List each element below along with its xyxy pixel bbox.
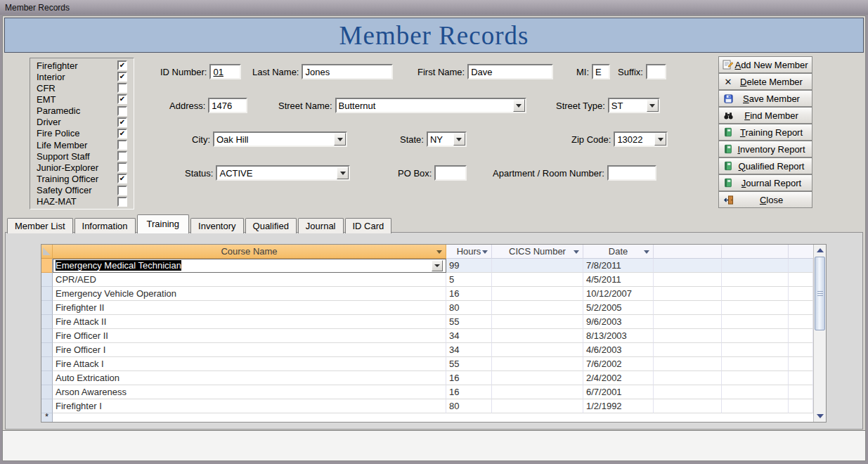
- cell-empty[interactable]: [654, 399, 722, 413]
- column-header-cics-number[interactable]: CICS Number: [492, 245, 583, 259]
- zip-code-select[interactable]: 13022: [614, 131, 668, 147]
- last-name-input[interactable]: Jones: [302, 64, 393, 79]
- select-all-corner[interactable]: [41, 245, 53, 259]
- cell-empty[interactable]: [722, 287, 789, 301]
- save-member-button[interactable]: Save Member: [718, 90, 812, 107]
- role-checkbox[interactable]: ✔: [117, 83, 127, 93]
- cell-hours[interactable]: 99: [446, 259, 492, 273]
- dropdown-button[interactable]: [453, 133, 465, 146]
- cell-date[interactable]: 5/2/2005: [583, 301, 654, 315]
- new-record-cells[interactable]: [53, 413, 813, 422]
- row-selector[interactable]: [41, 259, 53, 273]
- role-checkbox[interactable]: ✔: [117, 162, 127, 172]
- dropdown-button[interactable]: [513, 99, 525, 112]
- row-selector[interactable]: [41, 357, 53, 371]
- city-select[interactable]: Oak Hill: [213, 131, 347, 147]
- table-row[interactable]: CPR/AED 5 4/5/2011: [41, 273, 813, 287]
- window-titlebar[interactable]: Member Records: [0, 0, 868, 15]
- cell-empty[interactable]: [654, 343, 722, 357]
- cell-date[interactable]: 7/6/2002: [583, 357, 654, 371]
- role-checkbox[interactable]: ✔: [117, 117, 127, 127]
- cell-cics-number[interactable]: [492, 357, 583, 371]
- cell-course-name[interactable]: CPR/AED: [53, 273, 446, 287]
- cell-course-name[interactable]: Arson Awareness: [53, 385, 446, 399]
- qualified-report-button[interactable]: Qualified Report: [718, 157, 812, 174]
- cell-date[interactable]: 2/4/2002: [583, 371, 654, 385]
- tab[interactable]: Journal: [298, 218, 344, 233]
- dropdown-button[interactable]: [654, 133, 666, 146]
- role-checkbox[interactable]: ✔: [117, 129, 127, 138]
- dropdown-button[interactable]: [334, 133, 346, 146]
- dropdown-button[interactable]: [647, 99, 659, 112]
- cell-empty[interactable]: [789, 399, 813, 413]
- cell-cics-number[interactable]: [492, 371, 583, 385]
- table-row[interactable]: Fire Officer I 34 4/6/2003: [41, 343, 813, 357]
- cell-empty[interactable]: [654, 357, 722, 371]
- role-checkbox[interactable]: ✔: [117, 186, 127, 195]
- row-selector[interactable]: [41, 329, 53, 343]
- role-checkbox[interactable]: ✔: [117, 197, 127, 207]
- cell-course-name[interactable]: Emergency Vehicle Operation: [53, 287, 446, 301]
- cell-cics-number[interactable]: [492, 301, 583, 315]
- cell-course-name[interactable]: Auto Extrication: [53, 371, 446, 385]
- row-selector[interactable]: [41, 343, 53, 357]
- cell-empty[interactable]: [722, 273, 789, 287]
- cell-date[interactable]: 9/6/2003: [583, 315, 654, 329]
- cell-cics-number[interactable]: [492, 399, 583, 413]
- vertical-scrollbar[interactable]: [813, 245, 826, 422]
- cell-cics-number[interactable]: [492, 343, 583, 357]
- row-selector[interactable]: [41, 315, 53, 329]
- cell-hours[interactable]: 34: [446, 343, 492, 357]
- role-checkbox[interactable]: ✔: [117, 151, 127, 161]
- table-row[interactable]: Firefighter II 80 5/2/2005: [41, 301, 813, 315]
- mi-input[interactable]: E: [592, 64, 610, 79]
- table-row[interactable]: Fire Officer II 34 8/13/2003: [41, 329, 813, 343]
- cell-hours[interactable]: 5: [446, 273, 492, 287]
- cell-empty[interactable]: [654, 259, 722, 273]
- tab[interactable]: Inventory: [190, 218, 243, 233]
- cell-empty[interactable]: [789, 287, 813, 301]
- filter-arrow-icon[interactable]: [436, 250, 442, 254]
- row-selector[interactable]: [41, 371, 53, 385]
- table-row[interactable]: Emergency Vehicle Operation 16 10/12/200…: [41, 287, 813, 301]
- scroll-up-button[interactable]: [814, 245, 826, 256]
- role-checkbox[interactable]: ✔: [117, 94, 127, 104]
- first-name-input[interactable]: Dave: [467, 64, 553, 79]
- cell-empty[interactable]: [654, 385, 722, 399]
- cell-date[interactable]: 8/13/2003: [583, 329, 654, 343]
- cell-course-name[interactable]: Emergency Medical Technician: [53, 259, 446, 273]
- scrollbar-track[interactable]: [814, 256, 826, 411]
- tab[interactable]: Qualified: [245, 218, 297, 233]
- find-member-button[interactable]: Find Member: [718, 107, 812, 124]
- cell-empty[interactable]: [654, 371, 722, 385]
- new-record-selector[interactable]: *: [41, 413, 53, 422]
- row-selector[interactable]: [41, 273, 53, 287]
- row-selector[interactable]: [41, 287, 53, 301]
- training-report-button[interactable]: Training Report: [718, 124, 812, 141]
- cell-empty[interactable]: [722, 357, 789, 371]
- add-new-member-button[interactable]: Add New Member: [718, 56, 812, 73]
- cell-date[interactable]: 10/12/2007: [583, 287, 654, 301]
- cell-cics-number[interactable]: [492, 287, 583, 301]
- cell-empty[interactable]: [789, 329, 813, 343]
- cell-course-name[interactable]: Firefighter II: [53, 301, 446, 315]
- cell-empty[interactable]: [789, 343, 813, 357]
- cell-course-name[interactable]: Fire Attack II: [53, 315, 446, 329]
- cell-hours[interactable]: 34: [446, 329, 492, 343]
- cell-date[interactable]: 4/5/2011: [583, 273, 654, 287]
- role-checkbox[interactable]: ✔: [117, 106, 127, 116]
- cell-hours[interactable]: 80: [446, 301, 492, 315]
- table-row[interactable]: Fire Attack I 55 7/6/2002: [41, 357, 813, 371]
- cell-empty[interactable]: [789, 357, 813, 371]
- table-row[interactable]: Auto Extrication 16 2/4/2002: [41, 371, 813, 385]
- cell-empty[interactable]: [654, 287, 722, 301]
- cell-hours[interactable]: 16: [446, 371, 492, 385]
- table-row[interactable]: Emergency Medical Technician 99 7/8/2011: [41, 259, 813, 273]
- scrollbar-thumb[interactable]: [815, 257, 825, 330]
- tab[interactable]: Information: [75, 218, 136, 233]
- cell-empty[interactable]: [789, 273, 813, 287]
- cell-hours[interactable]: 55: [446, 357, 492, 371]
- role-checkbox[interactable]: ✔: [117, 140, 127, 150]
- cell-empty[interactable]: [722, 399, 789, 413]
- new-record-row[interactable]: *: [41, 413, 813, 422]
